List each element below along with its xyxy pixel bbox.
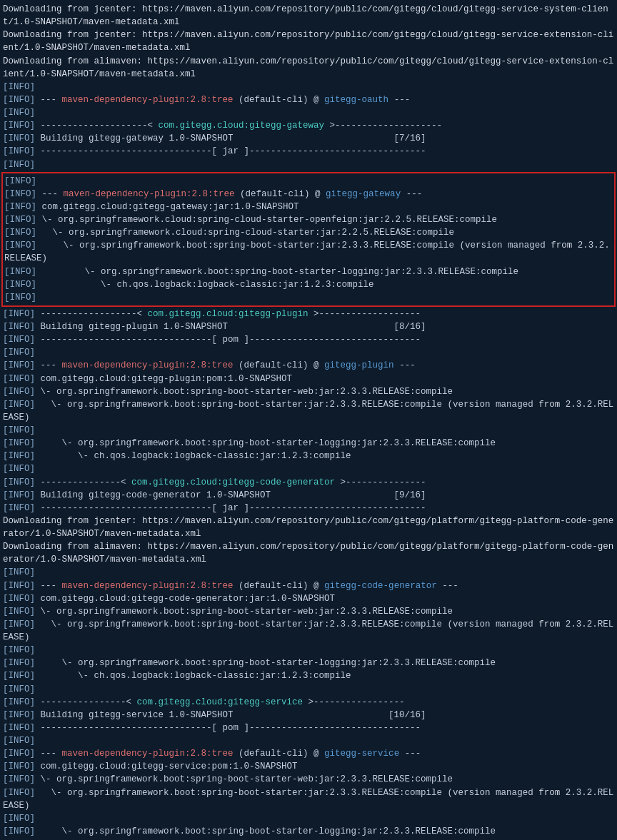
line-dep-codegen: [INFO] --- maven-dependency-plugin:2.8:t… [1, 580, 616, 592]
line-dep2-codegen: [INFO] \- org.springframework.boot:sprin… [1, 618, 616, 644]
line-blank3-plugin: [INFO] [1, 462, 616, 475]
line-artifact-codegen: [INFO] com.gitegg.cloud:gitegg-code-gene… [1, 592, 616, 605]
line-dep3-service: [INFO] \- org.springframework.boot:sprin… [1, 825, 616, 838]
line-2: Downloading from jcenter: https://maven.… [1, 29, 616, 54]
line-8: [INFO] Building gitegg-gateway 1.0-SNAPS… [1, 132, 616, 145]
line-build-codegen: [INFO] Building gitegg-code-generator 1.… [1, 489, 616, 502]
line-10: [INFO] [1, 158, 616, 171]
hl-line-8: [INFO] \- ch.qos.logback:logback-classic… [3, 278, 614, 291]
hl-line-3: [INFO] com.gitegg.cloud:gitegg-gateway:j… [3, 201, 614, 213]
line-dep4-plugin: [INFO] \- ch.qos.logback:logback-classic… [1, 450, 616, 462]
line-dep-service: [INFO] --- maven-dependency-plugin:2.8:t… [1, 747, 616, 760]
terminal-window: Downloading from jcenter: https://maven.… [0, 0, 617, 840]
line-dep4-codegen: [INFO] \- ch.qos.logback:logback-classic… [1, 669, 616, 682]
line-6: [INFO] [1, 106, 616, 119]
line-dep2-plugin: [INFO] \- org.springframework.boot:sprin… [1, 398, 616, 424]
line-dl-codegen2: Downloading from alimaven: https://maven… [1, 540, 616, 566]
line-blank-plugin: [INFO] [1, 346, 616, 359]
line-9: [INFO] --------------------------------[… [1, 145, 616, 158]
line-dep2-service: [INFO] \- org.springframework.boot:sprin… [1, 786, 616, 812]
line-blank-codegen: [INFO] [1, 566, 616, 579]
line-dep3-plugin: [INFO] \- org.springframework.boot:sprin… [1, 437, 616, 450]
hl-line-6: [INFO] \- org.springframework.boot:sprin… [3, 239, 614, 265]
line-blank-service: [INFO] [1, 734, 616, 747]
hl-line-2: [INFO] --- maven-dependency-plugin:2.8:t… [3, 188, 614, 201]
line-7: [INFO] --------------------< com.gitegg.… [1, 119, 616, 132]
line-dep3-codegen: [INFO] \- org.springframework.boot:sprin… [1, 657, 616, 669]
line-3: Downloading from alimaven: https://maven… [1, 55, 616, 81]
line-5: [INFO] --- maven-dependency-plugin:2.8:t… [1, 93, 616, 106]
line-dl-codegen1: Downloading from jcenter: https://maven.… [1, 515, 616, 540]
line-blank3-codegen: [INFO] [1, 683, 616, 696]
line-1: Downloading from jcenter: https://maven.… [1, 3, 616, 29]
line-4: [INFO] [1, 81, 616, 93]
line-artifact-service: [INFO] com.gitegg.cloud:gitegg-service:p… [1, 760, 616, 773]
line-dep-plugin: [INFO] --- maven-dependency-plugin:2.8:t… [1, 359, 616, 372]
line-pom-plugin: [INFO] --------------------------------[… [1, 333, 616, 346]
highlight-box: [INFO] [INFO] --- maven-dependency-plugi… [1, 172, 616, 307]
line-sep-plugin: [INFO] ------------------< com.gitegg.cl… [1, 308, 616, 320]
line-blank2-plugin: [INFO] [1, 424, 616, 437]
line-artifact-plugin: [INFO] com.gitegg.cloud:gitegg-plugin:po… [1, 373, 616, 385]
line-blank2-codegen: [INFO] [1, 644, 616, 657]
line-jar-codegen: [INFO] --------------------------------[… [1, 502, 616, 515]
line-build-service: [INFO] Building gitegg-service 1.0-SNAPS… [1, 709, 616, 722]
hl-line-9: [INFO] [3, 291, 614, 304]
line-sep-codegen: [INFO] ---------------< com.gitegg.cloud… [1, 476, 616, 489]
line-pom-service: [INFO] --------------------------------[… [1, 722, 616, 734]
line-blank2-service: [INFO] [1, 812, 616, 825]
hl-line-4: [INFO] \- org.springframework.cloud:spri… [3, 213, 614, 226]
hl-line-1: [INFO] [3, 175, 614, 188]
line-dep1-plugin: [INFO] \- org.springframework.boot:sprin… [1, 385, 616, 398]
line-dep1-codegen: [INFO] \- org.springframework.boot:sprin… [1, 605, 616, 618]
hl-line-5: [INFO] \- org.springframework.cloud:spri… [3, 226, 614, 239]
line-sep-service: [INFO] ----------------< com.gitegg.clou… [1, 696, 616, 709]
line-build-plugin: [INFO] Building gitegg-plugin 1.0-SNAPSH… [1, 320, 616, 333]
hl-line-7: [INFO] \- org.springframework.boot:sprin… [3, 265, 614, 278]
line-dep1-service: [INFO] \- org.springframework.boot:sprin… [1, 773, 616, 786]
